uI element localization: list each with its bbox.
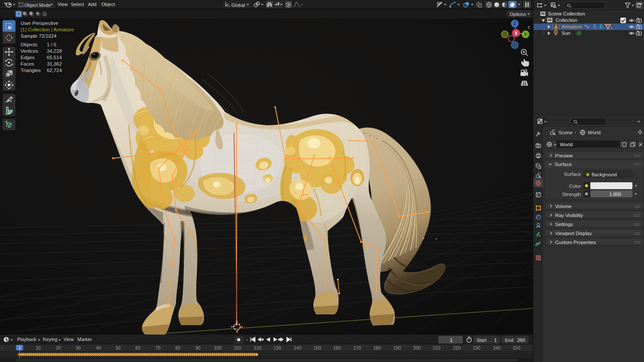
svg-text:X: X xyxy=(515,31,518,36)
svg-text:3: 3 xyxy=(611,27,612,30)
svg-text:Y: Y xyxy=(524,32,527,37)
svg-text:Z: Z xyxy=(513,21,516,26)
